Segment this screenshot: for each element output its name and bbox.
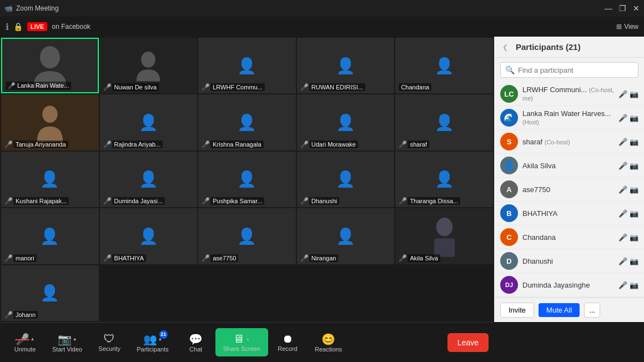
- main-layout: 🎤 Lanka Rain Wate... 🎤 Nuwan De silva 👤 …: [0, 37, 644, 322]
- participant-name-3: RUWAN EDIRISI...: [309, 83, 365, 91]
- video-caret[interactable]: ▲: [73, 336, 77, 341]
- avatar: DJ: [500, 276, 518, 294]
- video-cell-0: 🎤 Lanka Rain Wate...: [1, 38, 99, 93]
- more-options-button[interactable]: ...: [584, 303, 600, 318]
- video-cell-3: 👤 🎤 RUWAN EDIRISI...: [297, 38, 395, 93]
- participant-name: LRWHF Communi... (Co-host, me): [522, 86, 614, 102]
- chat-label: Chat: [189, 346, 202, 353]
- participant-icons: 🎤 📷: [618, 138, 638, 146]
- top-bar-left: ℹ 🔒 LIVE on Facebook: [6, 22, 611, 32]
- reactions-button[interactable]: 😊 Reactions: [307, 328, 350, 357]
- list-item[interactable]: A ase7750 🎤 📷: [495, 178, 644, 202]
- leave-button[interactable]: Leave: [447, 333, 489, 352]
- list-item[interactable]: LC LRWHF Communi... (Co-host, me) 🎤 📷: [495, 82, 644, 106]
- share-caret[interactable]: ▲: [245, 336, 250, 341]
- search-input[interactable]: [518, 66, 633, 74]
- chat-button[interactable]: 💬 Chat: [177, 328, 215, 357]
- list-item[interactable]: D Dhanushi 🎤 📷: [495, 249, 644, 273]
- sidebar-header-left: ❮ Participants (21): [502, 42, 581, 52]
- participant-icons: 🎤 📷: [618, 114, 638, 122]
- participant-name-19: Akila Silva: [407, 254, 440, 262]
- participant-name-4: Chandana: [399, 83, 431, 91]
- participant-name-13: Dhanushi: [309, 197, 339, 205]
- minimize-button[interactable]: —: [605, 4, 612, 13]
- participant-icons: 🎤 📷: [618, 281, 638, 289]
- participant-name: Duminda Jayasinghe: [522, 281, 614, 289]
- on-facebook-label: on Facebook: [52, 23, 90, 31]
- participant-name-14: Tharanga Dissa...: [407, 197, 460, 205]
- grid-icon: ⊞: [616, 23, 622, 31]
- list-item[interactable]: B BHATHIYA 🎤 📷: [495, 202, 644, 225]
- svg-point-2: [42, 105, 57, 123]
- participant-name-9: sharaf: [407, 140, 429, 148]
- share-screen-label: Share Screen: [223, 345, 260, 352]
- participant-name-11: Duminda Jayasi...: [112, 197, 165, 205]
- info-icon[interactable]: ℹ: [6, 22, 9, 32]
- mute-icon: 🎤: [618, 185, 627, 194]
- participant-icons: 🎤 📷: [618, 90, 638, 98]
- participants-button[interactable]: 👥 ▲ 21 Participants: [129, 328, 176, 357]
- list-item[interactable]: S sharaf (Co-host) 🎤 📷: [495, 130, 644, 154]
- video-cell-21: [100, 265, 198, 321]
- unmute-caret[interactable]: ▲: [31, 336, 35, 341]
- participants-sidebar: ❮ Participants (21) 🔍 LC LRWHF Communi..…: [494, 37, 644, 322]
- participant-name-12: Pushpika Samar...: [210, 197, 264, 205]
- record-button[interactable]: ⏺ Record: [268, 328, 307, 356]
- invite-button[interactable]: Invite: [500, 303, 534, 318]
- mute-icon: 🎤: [618, 162, 627, 170]
- maximize-button[interactable]: ❐: [619, 4, 626, 13]
- list-item[interactable]: C Chandana 🎤 📷: [495, 225, 644, 249]
- participant-search[interactable]: 🔍: [500, 62, 638, 78]
- sidebar-footer: Invite Mute All ...: [495, 298, 644, 322]
- mute-icon: 🎤: [618, 281, 627, 289]
- video-cell-14: 👤 🎤 Tharanga Dissa...: [395, 152, 493, 207]
- record-label: Record: [278, 345, 297, 352]
- video-grid: 🎤 Lanka Rain Wate... 🎤 Nuwan De silva 👤 …: [0, 37, 494, 322]
- participant-name: Chandana: [522, 233, 614, 242]
- microphone-icon: 🎤: [16, 333, 29, 346]
- title-bar-controls[interactable]: — ❐ ✕: [605, 4, 640, 13]
- video-cell-11: 👤 🎤 Duminda Jayasi...: [100, 152, 198, 207]
- list-item[interactable]: DJ Duminda Jayasinghe 🎤 📷: [495, 273, 644, 297]
- list-item[interactable]: 👤 Akila Silva 🎤 📷: [495, 154, 644, 178]
- avatar: LC: [500, 85, 518, 103]
- video-cell-18: 👤 🎤 Nirangan: [297, 208, 395, 264]
- participant-name-16: BHATHIYA: [112, 254, 146, 262]
- video-icon: 📷: [630, 138, 638, 146]
- share-screen-button[interactable]: 🖥 ▲ Share Screen: [215, 328, 268, 356]
- video-icon: 📷: [630, 114, 638, 122]
- video-icon: 📷: [630, 233, 638, 242]
- close-button[interactable]: ✕: [633, 4, 640, 13]
- video-cell-12: 👤 🎤 Pushpika Samar...: [198, 152, 296, 207]
- svg-point-1: [142, 52, 156, 68]
- participant-name: Dhanushi: [522, 257, 614, 265]
- participant-icons: 🎤 📷: [618, 209, 638, 218]
- mute-all-button[interactable]: Mute All: [539, 303, 580, 317]
- view-button[interactable]: ⊞ View: [616, 23, 638, 31]
- mute-icon: 🎤: [618, 138, 627, 146]
- shield-icon: 🛡: [104, 333, 115, 345]
- participant-name-20: Johann: [13, 311, 38, 319]
- video-cell-24: [395, 265, 493, 321]
- mute-icon: 🎤: [618, 233, 627, 242]
- video-cell-22: [198, 265, 296, 321]
- participant-name: ase7750: [522, 185, 614, 194]
- participant-icons: 🎤 📷: [618, 185, 638, 194]
- participant-icons: 🎤 📷: [618, 233, 638, 242]
- participant-name-10: Kushani Rajapak...: [13, 197, 69, 205]
- avatar: C: [500, 228, 518, 246]
- svg-point-3: [436, 218, 452, 236]
- window-title: Zoom Meeting: [16, 4, 59, 12]
- video-cell-9: 👤 🎤 sharaf: [395, 94, 493, 150]
- participant-name: Lanka Rain Water Harves... (Host): [522, 109, 614, 126]
- avatar: A: [500, 180, 518, 198]
- participant-name: Akila Silva: [522, 162, 614, 170]
- list-item[interactable]: 🌊 Lanka Rain Water Harves... (Host) 🎤 📷: [495, 106, 644, 130]
- start-video-button[interactable]: 📷 ▲ Start Video: [44, 328, 90, 357]
- participant-name-1: Nuwan De silva: [112, 83, 159, 91]
- sidebar-title: Participants (21): [516, 42, 581, 52]
- unmute-button[interactable]: 🎤 ▲ Unmute: [6, 328, 44, 357]
- video-cell-8: 👤 🎤 Udari Morawake: [297, 94, 395, 150]
- security-button[interactable]: 🛡 Security: [90, 328, 129, 356]
- collapse-icon[interactable]: ❮: [502, 43, 508, 51]
